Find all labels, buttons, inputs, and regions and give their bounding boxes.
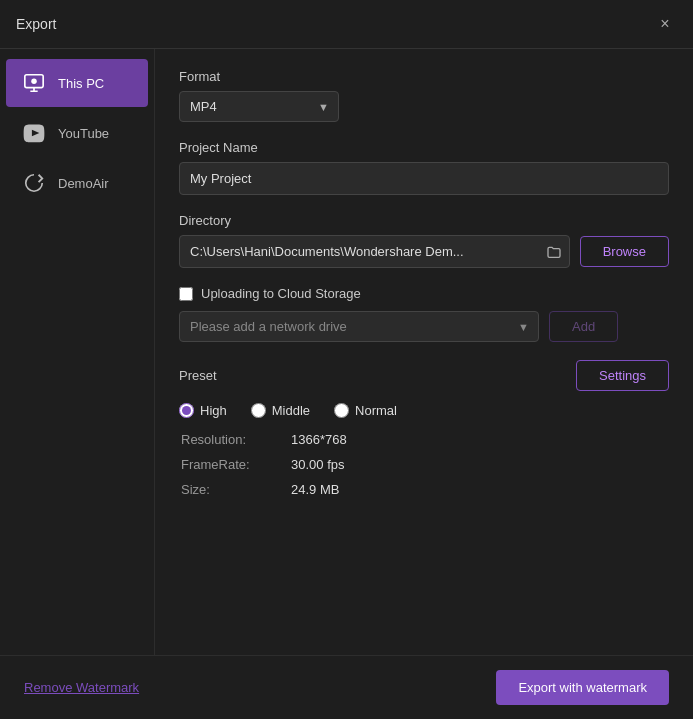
- cloud-storage-group: Uploading to Cloud Storage Please add a …: [179, 286, 669, 342]
- resolution-val: 1366*768: [291, 432, 669, 447]
- close-button[interactable]: ×: [653, 12, 677, 36]
- preset-radio-group: High Middle Normal: [179, 403, 669, 418]
- preset-middle[interactable]: Middle: [251, 403, 310, 418]
- project-name-group: Project Name: [179, 140, 669, 195]
- preset-section: Preset Settings High Middle Normal: [179, 360, 669, 497]
- directory-label: Directory: [179, 213, 669, 228]
- preset-header: Preset Settings: [179, 360, 669, 391]
- resolution-key: Resolution:: [181, 432, 291, 447]
- sidebar-item-youtube-label: YouTube: [58, 126, 109, 141]
- network-row: Please add a network drive ▼ Add: [179, 311, 669, 342]
- format-select[interactable]: MP4 AVI MOV MKV GIF: [179, 91, 339, 122]
- sidebar-item-demoair-label: DemoAir: [58, 176, 109, 191]
- browse-button[interactable]: Browse: [580, 236, 669, 267]
- info-grid: Resolution: 1366*768 FrameRate: 30.00 fp…: [181, 432, 669, 497]
- export-button[interactable]: Export with watermark: [496, 670, 669, 705]
- preset-middle-label: Middle: [272, 403, 310, 418]
- format-label: Format: [179, 69, 669, 84]
- dialog-title: Export: [16, 16, 56, 32]
- preset-label: Preset: [179, 368, 217, 383]
- footer: Remove Watermark Export with watermark: [0, 655, 693, 719]
- directory-row: Browse: [179, 235, 669, 268]
- format-select-wrapper: MP4 AVI MOV MKV GIF ▼: [179, 91, 339, 122]
- folder-icon-button[interactable]: [546, 244, 562, 260]
- titlebar: Export ×: [0, 0, 693, 49]
- sidebar-item-this-pc-label: This PC: [58, 76, 104, 91]
- preset-high-radio[interactable]: [179, 403, 194, 418]
- preset-middle-radio[interactable]: [251, 403, 266, 418]
- size-val: 24.9 MB: [291, 482, 669, 497]
- network-select-wrapper: Please add a network drive ▼: [179, 311, 539, 342]
- settings-button[interactable]: Settings: [576, 360, 669, 391]
- format-group: Format MP4 AVI MOV MKV GIF ▼: [179, 69, 669, 122]
- preset-high-label: High: [200, 403, 227, 418]
- directory-group: Directory Browse: [179, 213, 669, 268]
- demoair-icon: [20, 169, 48, 197]
- directory-input-wrapper: [179, 235, 570, 268]
- size-key: Size:: [181, 482, 291, 497]
- cloud-row: Uploading to Cloud Storage: [179, 286, 669, 301]
- sidebar-item-demoair[interactable]: DemoAir: [6, 159, 148, 207]
- content-area: Format MP4 AVI MOV MKV GIF ▼ Project Nam…: [155, 49, 693, 655]
- sidebar: This PC YouTube DemoAir: [0, 49, 155, 655]
- remove-watermark-button[interactable]: Remove Watermark: [24, 680, 139, 695]
- framerate-key: FrameRate:: [181, 457, 291, 472]
- sidebar-item-this-pc[interactable]: This PC: [6, 59, 148, 107]
- preset-normal-radio[interactable]: [334, 403, 349, 418]
- main-content: This PC YouTube DemoAir: [0, 49, 693, 655]
- preset-normal[interactable]: Normal: [334, 403, 397, 418]
- directory-input[interactable]: [179, 235, 570, 268]
- export-dialog: Export × This PC: [0, 0, 693, 719]
- cloud-checkbox[interactable]: [179, 287, 193, 301]
- this-pc-icon: [20, 69, 48, 97]
- svg-point-1: [31, 78, 37, 84]
- youtube-icon: [20, 119, 48, 147]
- add-button[interactable]: Add: [549, 311, 618, 342]
- project-name-input[interactable]: [179, 162, 669, 195]
- sidebar-item-youtube[interactable]: YouTube: [6, 109, 148, 157]
- framerate-val: 30.00 fps: [291, 457, 669, 472]
- network-drive-select[interactable]: Please add a network drive: [179, 311, 539, 342]
- cloud-label: Uploading to Cloud Storage: [201, 286, 361, 301]
- project-name-label: Project Name: [179, 140, 669, 155]
- preset-normal-label: Normal: [355, 403, 397, 418]
- preset-high[interactable]: High: [179, 403, 227, 418]
